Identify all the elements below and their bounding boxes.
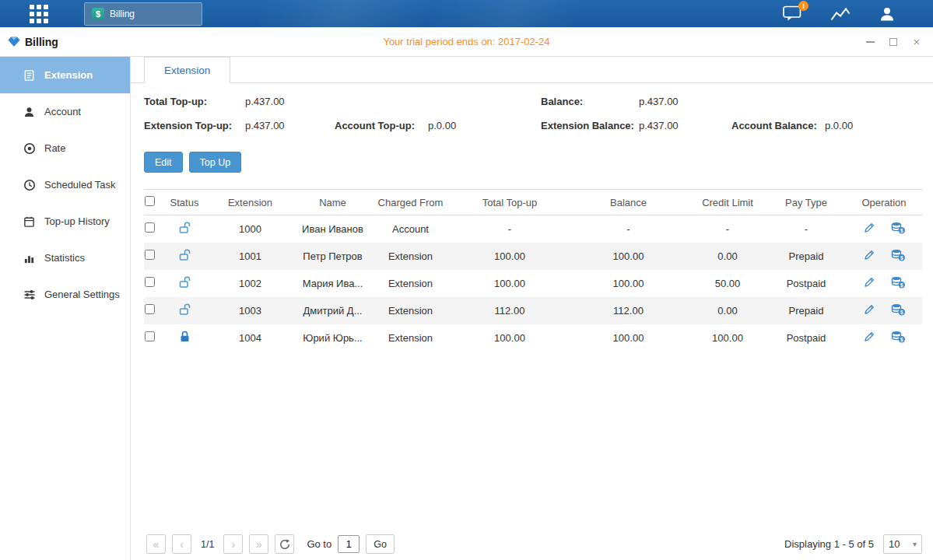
cell-credit-limit: 0.00 <box>689 243 766 270</box>
apps-grid-icon[interactable] <box>30 5 48 23</box>
row-checkbox[interactable] <box>145 304 155 314</box>
minimize-button[interactable] <box>865 37 875 47</box>
last-page-button[interactable]: » <box>249 534 268 554</box>
cell-credit-limit: 100.00 <box>689 324 766 352</box>
cell-extension: 1003 <box>205 297 296 324</box>
sidebar-item-topup-history[interactable]: Top-up History <box>0 203 130 240</box>
cell-total-topup: 100.00 <box>451 243 568 270</box>
topup-row-icon[interactable]: $ <box>891 303 906 316</box>
billing-dollar-icon: $ <box>92 8 104 20</box>
sidebar-item-rate[interactable]: Rate <box>0 130 130 166</box>
reports-chart-icon[interactable] <box>830 6 851 22</box>
general-settings-icon <box>23 289 36 301</box>
go-button[interactable]: Go <box>366 534 395 554</box>
cell-charged-from: Extension <box>370 243 451 270</box>
row-checkbox[interactable] <box>145 222 155 233</box>
account-icon <box>23 106 36 118</box>
col-pay-type: Pay Type <box>766 190 846 215</box>
notification-badge: ! <box>798 1 808 11</box>
edit-row-icon[interactable] <box>863 303 875 316</box>
extension-balance-label: Extension Balance: <box>541 120 639 131</box>
prev-page-button[interactable]: ‹ <box>172 534 191 554</box>
refresh-icon <box>279 539 290 550</box>
user-account-icon[interactable] <box>879 5 896 23</box>
sidebar-item-statistics[interactable]: Statistics <box>0 240 130 276</box>
svg-text:$: $ <box>900 309 903 315</box>
page-indicator: 1/1 <box>201 539 214 550</box>
sidebar-item-general-settings[interactable]: General Settings <box>0 276 130 313</box>
extension-topup-value: p.437.00 <box>245 120 285 131</box>
messages-icon[interactable]: ! <box>783 5 802 22</box>
cell-extension: 1004 <box>205 324 296 352</box>
cell-name: Иван Иванов <box>296 215 370 243</box>
topup-row-icon[interactable]: $ <box>891 276 906 289</box>
close-button[interactable]: × <box>911 37 922 47</box>
cell-pay-type: Prepaid <box>766 243 846 270</box>
topup-row-icon[interactable]: $ <box>891 331 906 343</box>
sidebar-item-scheduled-task[interactable]: Scheduled Task <box>0 166 130 203</box>
topup-row-icon[interactable]: $ <box>891 249 906 261</box>
page-size-select[interactable]: 10 ▾ <box>883 534 922 554</box>
account-balance-label: Account Balance: <box>731 120 825 131</box>
pagination-bar: « ‹ 1/1 › » Go to Go Displaying 1 - 5 of… <box>146 534 922 554</box>
cell-charged-from: Extension <box>370 270 451 297</box>
cell-total-topup: - <box>451 215 568 243</box>
total-topup-value: p.437.00 <box>245 96 285 107</box>
cell-total-topup: 100.00 <box>451 270 568 297</box>
topbar: $ Billing ! <box>0 0 933 27</box>
billing-app-tab[interactable]: $ Billing <box>84 2 202 26</box>
row-checkbox[interactable] <box>145 277 155 287</box>
maximize-button[interactable] <box>888 37 899 47</box>
topup-row-icon[interactable]: $ <box>891 222 906 234</box>
close-icon: × <box>914 36 921 47</box>
trial-notice: Your trial period ends on: 2017-02-24 <box>0 36 933 47</box>
lock-icon <box>179 331 191 343</box>
chevron-down-icon: ▾ <box>913 540 917 548</box>
select-all-checkbox[interactable] <box>145 196 155 206</box>
row-checkbox[interactable] <box>145 250 155 260</box>
row-checkbox[interactable] <box>145 331 155 341</box>
table-row: 1004 Юрий Юрь... Extension 100.00 100.00… <box>144 324 922 352</box>
table-row: 1002 Мария Ива... Extension 100.00 100.0… <box>144 270 922 297</box>
cell-balance: 100.00 <box>568 324 689 352</box>
first-page-button[interactable]: « <box>146 534 166 554</box>
cell-extension: 1001 <box>205 243 296 270</box>
page-size-value: 10 <box>889 538 900 550</box>
refresh-button[interactable] <box>275 534 294 554</box>
balance-value: p.437.00 <box>639 96 679 107</box>
sidebar-item-extension[interactable]: Extension <box>0 57 130 93</box>
sidebar-item-label: Extension <box>44 69 93 81</box>
statistics-icon <box>23 252 36 264</box>
account-balance-value: p.0.00 <box>825 120 853 131</box>
goto-page-input[interactable] <box>338 535 360 553</box>
sidebar: Extension Account Rate Scheduled Task To… <box>0 57 131 560</box>
cell-balance: 100.00 <box>568 243 689 270</box>
svg-text:$: $ <box>900 254 903 261</box>
edit-row-icon[interactable] <box>863 276 875 289</box>
col-status: Status <box>164 190 205 215</box>
main-panel: Extension Total Top-up:p.437.00 Balance:… <box>131 57 933 560</box>
edit-button[interactable]: Edit <box>144 152 183 173</box>
billing-summary: Total Top-up:p.437.00 Balance:p.437.00 E… <box>144 89 933 138</box>
top-up-button[interactable]: Top Up <box>189 152 242 173</box>
tab-extension[interactable]: Extension <box>144 57 230 83</box>
next-page-button[interactable]: › <box>223 534 243 554</box>
table-row: 1003 Дмитрий Д... Extension 112.00 112.0… <box>144 297 922 324</box>
col-charged-from: Charged From <box>370 190 451 215</box>
col-balance: Balance <box>568 190 689 215</box>
account-topup-value: p.0.00 <box>428 120 456 131</box>
cell-name: Дмитрий Д... <box>296 297 370 324</box>
edit-row-icon[interactable] <box>863 222 875 234</box>
table-row: 1001 Петр Петров Extension 100.00 100.00… <box>144 243 922 270</box>
edit-row-icon[interactable] <box>863 249 875 261</box>
col-extension: Extension <box>205 190 296 215</box>
unlock-icon <box>179 249 191 261</box>
sidebar-item-label: Top-up History <box>44 215 110 227</box>
sidebar-item-account[interactable]: Account <box>0 93 130 130</box>
unlock-icon <box>179 276 191 289</box>
cell-charged-from: Account <box>370 215 451 243</box>
edit-row-icon[interactable] <box>863 331 875 343</box>
unlock-icon <box>179 222 191 234</box>
cell-credit-limit: - <box>689 215 766 243</box>
cell-total-topup: 112.00 <box>451 297 568 324</box>
